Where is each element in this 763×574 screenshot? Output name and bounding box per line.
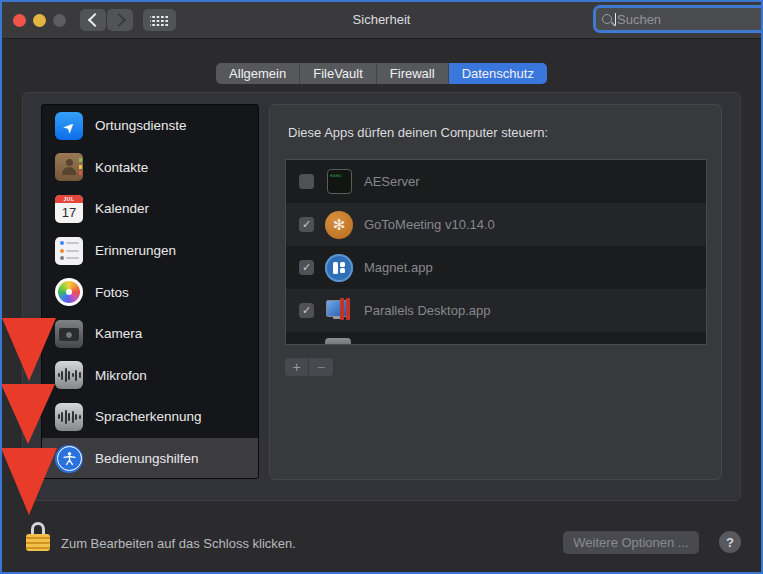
sidebar-item-kamera[interactable]: Kamera — [42, 313, 258, 355]
privacy-category-list: ➤OrtungsdiensteKontakteJUL17KalenderErin… — [41, 104, 259, 479]
calendar-day-glyph: 17 — [55, 203, 83, 223]
panel-description: Diese Apps dürfen deinen Computer steuer… — [288, 125, 548, 140]
terminal-text-glyph: exec — [330, 173, 342, 178]
sidebar-item-label: Kamera — [95, 326, 142, 341]
tab-firewall[interactable]: Firewall — [377, 63, 449, 84]
app-row-magnet-app[interactable]: ✓Magnet.app — [286, 246, 706, 289]
calendar-icon: JUL17 — [55, 195, 83, 223]
app-checkbox[interactable]: ✓ — [299, 217, 314, 232]
speech-icon — [55, 403, 83, 431]
sidebar-item-label: Mikrofon — [95, 368, 147, 383]
app-checkbox[interactable] — [299, 174, 314, 189]
app-name: Magnet.app — [364, 260, 433, 275]
location-icon: ➤ — [55, 112, 83, 140]
camera-body-glyph — [59, 328, 79, 341]
parallel-bars-glyph — [340, 298, 344, 320]
sidebar-item-erinnerungen[interactable]: Erinnerungen — [42, 230, 258, 272]
waveform-glyph — [58, 410, 81, 424]
calendar-month-glyph: JUL — [55, 195, 83, 203]
preferences-panel: ➤OrtungsdiensteKontakteJUL17KalenderErin… — [22, 92, 741, 501]
sidebar-item-label: Kontakte — [95, 160, 148, 175]
tab-allgemein[interactable]: Allgemein — [216, 63, 300, 84]
reminders-icon — [55, 237, 83, 265]
add-remove-group: + − — [285, 358, 333, 376]
titlebar: Sicherheit Suchen — [0, 0, 763, 39]
window-layout-glyph — [333, 262, 345, 274]
aeserver-icon: exec — [327, 169, 352, 194]
privacy-detail-panel: Diese Apps dürfen deinen Computer steuer… — [269, 104, 722, 480]
sidebar-item-spracherkennung[interactable]: Spracherkennung — [42, 396, 258, 438]
system-preferences-window: Sicherheit Suchen AllgemeinFileVaultFire… — [0, 0, 763, 574]
text-cursor — [615, 13, 616, 26]
search-input[interactable]: Suchen — [596, 8, 763, 30]
sidebar-item-kontakte[interactable]: Kontakte — [42, 147, 258, 189]
daisy-glyph: ✻ — [333, 217, 346, 232]
person-silhouette-glyph — [60, 159, 78, 175]
help-button[interactable]: ? — [719, 531, 741, 553]
magnet-icon — [325, 254, 353, 282]
sidebar-item-fotos[interactable]: Fotos — [42, 271, 258, 313]
microphone-icon — [55, 361, 83, 389]
app-name: Parallels Desktop.app — [364, 303, 490, 318]
app-name: GoToMeeting v10.14.0 — [364, 217, 495, 232]
accessibility-icon — [55, 445, 83, 473]
remove-app-button[interactable]: − — [309, 358, 333, 376]
sidebar-item-label: Spracherkennung — [95, 409, 202, 424]
contacts-icon — [55, 153, 83, 181]
lock-body — [26, 534, 50, 551]
sidebar-item-label: Fotos — [95, 285, 129, 300]
partial-app-icon — [325, 338, 351, 345]
app-row-aeserver[interactable]: execAEServer — [286, 160, 706, 203]
gotomeeting-icon: ✻ — [325, 211, 353, 239]
app-row-partial — [286, 332, 706, 345]
parallels-icon — [325, 297, 353, 325]
sidebar-item-bedienungshilfen[interactable]: Bedienungshilfen — [42, 438, 258, 479]
app-row-gotomeeting-v10-14-0[interactable]: ✓✻GoToMeeting v10.14.0 — [286, 203, 706, 246]
sidebar-item-ortungsdienste[interactable]: ➤Ortungsdienste — [42, 105, 258, 147]
sidebar-item-label: Ortungsdienste — [95, 118, 187, 133]
lock-icon[interactable] — [26, 522, 50, 559]
sidebar-item-label: Erinnerungen — [95, 243, 176, 258]
lock-hint-text: Zum Bearbeiten auf das Schloss klicken. — [61, 536, 296, 551]
advanced-options-button[interactable]: Weitere Optionen ... — [563, 531, 699, 554]
tab-filevault[interactable]: FileVault — [300, 63, 377, 84]
search-icon — [602, 14, 612, 24]
add-app-button[interactable]: + — [285, 358, 309, 376]
photos-icon — [55, 278, 83, 306]
waveform-glyph — [58, 368, 81, 382]
sidebar-item-mikrofon[interactable]: Mikrofon — [42, 355, 258, 397]
app-name: AEServer — [364, 174, 420, 189]
navigation-arrow-glyph: ➤ — [59, 117, 79, 137]
app-checkbox[interactable]: ✓ — [299, 260, 314, 275]
sidebar-item-kalender[interactable]: JUL17Kalender — [42, 188, 258, 230]
app-checkbox[interactable]: ✓ — [299, 303, 314, 318]
tab-bar: AllgemeinFileVaultFirewallDatenschutz — [0, 63, 763, 84]
sidebar-item-label: Kalender — [95, 201, 149, 216]
accessibility-figure-glyph — [61, 450, 78, 467]
camera-icon — [55, 320, 83, 348]
search-placeholder: Suchen — [617, 12, 661, 27]
app-row-parallels-desktop-app[interactable]: ✓Parallels Desktop.app — [286, 289, 706, 332]
app-permission-list: execAEServer✓✻GoToMeeting v10.14.0✓Magne… — [285, 159, 707, 345]
sidebar-item-label: Bedienungshilfen — [95, 451, 199, 466]
color-wheel-glyph — [58, 281, 80, 303]
tab-datenschutz[interactable]: Datenschutz — [449, 63, 547, 84]
